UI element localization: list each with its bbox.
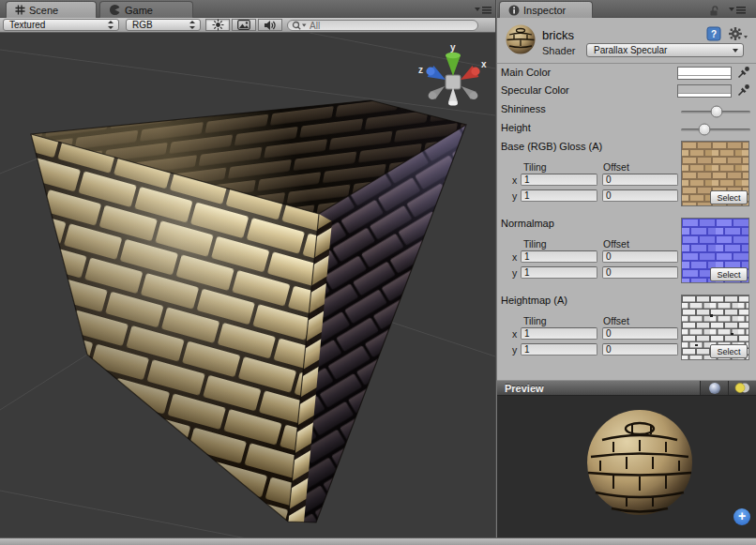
game-icon: [109, 4, 121, 16]
draw-mode-dropdown[interactable]: Textured: [3, 19, 119, 31]
speaker-icon: [264, 20, 277, 31]
y-row-label: y: [512, 190, 517, 202]
scene-lighting-toggle[interactable]: [205, 19, 230, 31]
preview-header[interactable]: Preview: [497, 380, 756, 396]
image-icon: [237, 20, 250, 30]
tab-inspector-label: Inspector: [523, 5, 566, 16]
y-row-label: y: [512, 267, 517, 279]
preview-sphere: [497, 396, 756, 537]
scene-search-field[interactable]: [287, 20, 478, 31]
height-slider[interactable]: [681, 123, 750, 136]
lock-icon[interactable]: [708, 5, 720, 16]
slider-track[interactable]: [681, 129, 750, 131]
main-color-label: Main Color: [501, 67, 551, 78]
inspector-tabstrip: Inspector: [497, 0, 756, 18]
scene-pane-tabstrip: Scene Game: [0, 0, 495, 18]
tab-game-label: Game: [125, 5, 153, 16]
alpha-strip: [678, 75, 731, 79]
color-mode-dropdown[interactable]: RGB: [126, 19, 201, 31]
dropdown-arrow-icon: [733, 49, 738, 53]
sun-icon: [212, 19, 224, 31]
texture-slot-heightmap: Heightmap (A) Tiling Offset x y Select: [497, 295, 756, 368]
specular-color-eyedropper-icon[interactable]: [737, 83, 750, 97]
shininess-slider[interactable]: [681, 105, 750, 118]
preview-shape-button[interactable]: [700, 381, 728, 395]
two-lights-icon: [734, 382, 750, 394]
tiling-y-field[interactable]: [521, 266, 597, 279]
scene-toolbar: Textured RGB: [0, 18, 495, 33]
shader-dropdown[interactable]: Parallax Specular: [586, 43, 744, 57]
scene-render-mode-button[interactable]: [232, 19, 256, 31]
tab-game[interactable]: Game: [99, 1, 193, 18]
main-color-eyedropper-icon[interactable]: [737, 66, 750, 79]
help-icon[interactable]: ?: [706, 26, 721, 41]
offset-header: Offset: [603, 238, 629, 250]
draw-mode-value: Textured: [4, 20, 107, 30]
info-icon: [508, 5, 520, 16]
tiling-header: Tiling: [523, 238, 547, 250]
x-row-label: x: [512, 251, 517, 263]
texture-slot-normalmap: Normalmap Tiling Offset x y Select: [497, 218, 756, 291]
preview-viewport[interactable]: +: [497, 396, 756, 537]
gizmo-x-label: x: [481, 59, 487, 69]
offset-x-field[interactable]: [602, 250, 678, 263]
svg-text:?: ?: [711, 29, 717, 39]
heightmap-texture-thumbnail[interactable]: Select: [681, 295, 749, 360]
scene-grid-icon: [15, 5, 25, 15]
gizmo-z-label: z: [418, 65, 423, 75]
y-row-label: y: [512, 344, 517, 356]
preview-lighting-button[interactable]: [728, 381, 756, 395]
sphere-icon: [708, 382, 721, 395]
offset-header: Offset: [603, 161, 629, 173]
specular-color-swatch[interactable]: [677, 84, 732, 98]
offset-y-field[interactable]: [602, 343, 678, 356]
add-button[interactable]: +: [733, 508, 750, 525]
tiling-x-field[interactable]: [521, 250, 597, 263]
unity-editor-window: { "scene_panel": { "tabs": { "scene": "S…: [0, 0, 756, 545]
slider-thumb[interactable]: [699, 124, 711, 136]
gizmo-center-cube[interactable]: [446, 75, 461, 89]
main-color-swatch[interactable]: [677, 67, 732, 80]
preview-title: Preview: [505, 383, 544, 394]
scene-viewport[interactable]: y z x: [0, 33, 495, 537]
material-header: bricks Shader Parallax Specular ?: [497, 18, 756, 64]
scene-audio-toggle[interactable]: [258, 19, 282, 31]
base-select-button[interactable]: Select: [710, 190, 748, 204]
offset-y-field[interactable]: [602, 266, 678, 279]
tiling-y-field[interactable]: [521, 343, 597, 356]
slider-thumb[interactable]: [711, 106, 723, 118]
x-row-label: x: [512, 174, 517, 186]
texture-slot-base: Base (RGB) Gloss (A) Tiling Offset x y S…: [497, 141, 756, 214]
tiling-header: Tiling: [523, 315, 547, 326]
tiling-y-field[interactable]: [521, 189, 597, 202]
shader-label: Shader: [542, 45, 575, 56]
window-bottom-edge: [0, 537, 756, 545]
offset-x-field[interactable]: [602, 327, 678, 340]
texture-slot-label: Normalmap: [501, 218, 554, 229]
shader-value: Parallax Specular: [587, 45, 733, 55]
tab-inspector[interactable]: Inspector: [499, 1, 593, 18]
normalmap-select-button[interactable]: Select: [710, 267, 748, 281]
gear-icon[interactable]: [728, 26, 748, 41]
texture-slot-label: Base (RGB) Gloss (A): [501, 141, 602, 152]
tiling-header: Tiling: [523, 161, 547, 173]
material-name: bricks: [542, 28, 574, 42]
scene-pane-menu-icon[interactable]: [474, 5, 492, 15]
normalmap-texture-thumbnail[interactable]: Select: [681, 218, 749, 283]
tiling-x-field[interactable]: [521, 174, 597, 186]
base-texture-thumbnail[interactable]: Select: [681, 141, 749, 206]
tiling-x-field[interactable]: [521, 327, 597, 340]
alpha-strip: [678, 93, 731, 97]
tab-scene-label: Scene: [29, 5, 58, 16]
specular-color-label: Specular Color: [501, 84, 569, 96]
gizmo-y-label: y: [450, 42, 456, 53]
search-input[interactable]: [310, 21, 450, 31]
heightmap-select-button[interactable]: Select: [710, 344, 748, 358]
x-row-label: x: [512, 328, 517, 340]
offset-x-field[interactable]: [602, 174, 678, 186]
popup-arrows-icon: [189, 21, 197, 29]
offset-y-field[interactable]: [602, 189, 678, 202]
color-mode-value: RGB: [127, 20, 189, 30]
inspector-pane-menu-icon[interactable]: [728, 5, 747, 15]
tab-scene[interactable]: Scene: [6, 1, 97, 18]
